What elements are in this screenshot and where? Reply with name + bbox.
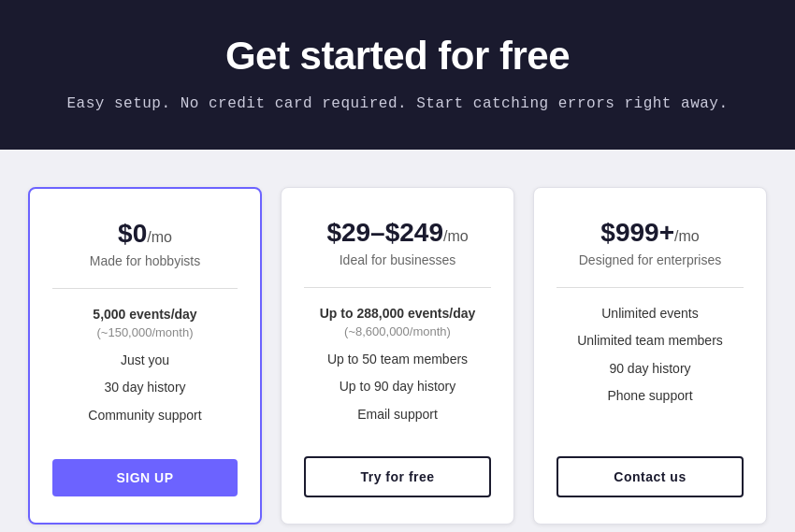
- plan-card-business: $29–$249/moIdeal for businessesUp to 288…: [281, 187, 514, 525]
- plan-features-business: Up to 288,000 events/day(~8,600,000/mont…: [304, 305, 491, 434]
- hero-section: Get started for free Easy setup. No cred…: [0, 0, 795, 150]
- plan-feature-item: Unlimited team members: [556, 332, 744, 351]
- plan-card-enterprise: $999+/moDesigned for enterprisesUnlimite…: [533, 187, 767, 525]
- plan-divider-enterprise: [556, 287, 744, 288]
- plan-price-enterprise: $999+/mo: [600, 218, 699, 248]
- plan-price-hobbyist: $0/mo: [118, 219, 172, 249]
- plan-feature-item: Up to 288,000 events/day(~8,600,000/mont…: [304, 305, 491, 341]
- hero-subtitle: Easy setup. No credit card required. Sta…: [19, 95, 776, 112]
- plan-button-hobbyist[interactable]: SIGN UP: [52, 459, 238, 496]
- plan-feature-item: 90 day history: [556, 360, 744, 379]
- plan-price-business: $29–$249/mo: [326, 218, 468, 248]
- plan-feature-item: Just you: [52, 352, 238, 370]
- plan-tagline-hobbyist: Made for hobbyists: [90, 252, 200, 271]
- plan-feature-item: Phone support: [556, 387, 744, 406]
- plan-features-hobbyist: 5,000 events/day(~150,000/month)Just you…: [52, 306, 238, 437]
- plan-feature-item: Unlimited events: [556, 305, 744, 324]
- plan-feature-item: Community support: [52, 407, 238, 425]
- plan-tagline-enterprise: Designed for enterprises: [579, 252, 722, 270]
- plan-button-business[interactable]: Try for free: [304, 456, 491, 497]
- plan-card-hobbyist: $0/moMade for hobbyists5,000 events/day(…: [28, 187, 262, 525]
- plan-divider-hobbyist: [52, 288, 238, 289]
- plan-button-enterprise[interactable]: Contact us: [556, 456, 744, 497]
- plan-feature-item: 5,000 events/day(~150,000/month): [52, 306, 238, 342]
- plan-feature-item: Email support: [304, 406, 491, 424]
- plan-tagline-business: Ideal for businesses: [340, 252, 456, 270]
- plan-features-enterprise: Unlimited eventsUnlimited team members90…: [556, 305, 744, 434]
- plan-feature-item: 30 day history: [52, 379, 238, 397]
- plan-feature-item: Up to 90 day history: [304, 378, 491, 396]
- hero-title: Get started for free: [19, 34, 776, 79]
- plans-section: $0/moMade for hobbyists5,000 events/day(…: [0, 150, 795, 532]
- plan-divider-business: [304, 287, 491, 288]
- plan-feature-item: Up to 50 team members: [304, 351, 491, 369]
